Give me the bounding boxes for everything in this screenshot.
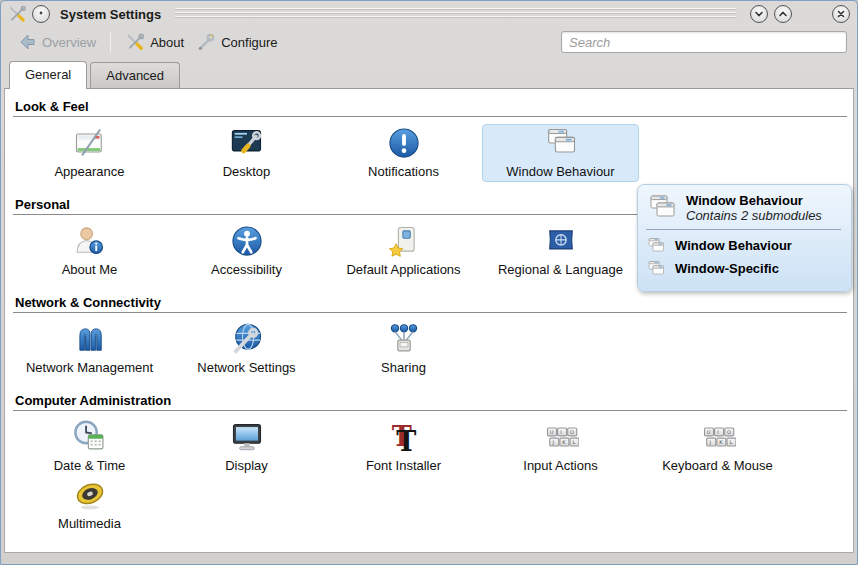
module-label: Notifications (368, 164, 439, 179)
tab-advanced[interactable]: Advanced (90, 62, 180, 89)
tooltip-separator (646, 229, 841, 230)
module-network-settings[interactable]: Network Settings (168, 320, 325, 378)
module-label: Date & Time (54, 458, 126, 473)
module-multimedia[interactable]: Multimedia (11, 476, 168, 534)
svg-text:O: O (570, 429, 574, 435)
appearance-icon (72, 125, 108, 161)
module-label: Regional & Language (498, 262, 623, 277)
module-label: Network Management (26, 360, 153, 375)
module-label: Keyboard & Mouse (662, 458, 773, 473)
section-look-feel: Look & FeelAppearanceDesktopNotification… (5, 93, 853, 187)
window-behaviour-icon (646, 236, 666, 256)
module-label: Font Installer (366, 458, 441, 473)
about-me-icon (72, 223, 108, 259)
titlebar-stripes (175, 8, 736, 20)
wrench-icon (196, 32, 216, 52)
module-network-management[interactable]: Network Management (11, 320, 168, 378)
svg-text:K: K (562, 439, 566, 445)
sharing-icon (386, 321, 422, 357)
svg-text:K: K (719, 439, 723, 445)
tools-icon (125, 32, 145, 52)
submodule-label: Window-Specific (675, 261, 779, 276)
tooltip-subtitle: Contains 2 submodules (686, 208, 822, 223)
window-behaviour-icon (646, 259, 666, 279)
minimize-button[interactable] (750, 5, 768, 23)
overview-button[interactable]: Overview (11, 29, 102, 55)
tooltip-header: Window Behaviour Contains 2 submodules (646, 192, 841, 224)
search-input[interactable] (561, 31, 847, 53)
tooltip-submodule[interactable]: Window-Specific (646, 257, 841, 280)
module-default-applications[interactable]: Default Applications (325, 222, 482, 280)
toolbar: Overview About (1, 27, 857, 57)
window-behaviour-icon (543, 125, 579, 161)
back-arrow-icon (17, 32, 37, 52)
desktop-icon (229, 125, 265, 161)
default-applications-icon (386, 223, 422, 259)
toolbar-separator (110, 32, 111, 52)
module-window-behaviour[interactable]: Window Behaviour (482, 124, 639, 182)
module-label: Window Behaviour (506, 164, 614, 179)
app-tools-icon (8, 5, 26, 23)
svg-text:L: L (729, 439, 732, 445)
configure-label: Configure (221, 35, 277, 50)
about-label: About (150, 35, 184, 50)
module-label: Sharing (381, 360, 426, 375)
settings-pane: Look & FeelAppearanceDesktopNotification… (4, 88, 854, 553)
close-button[interactable] (832, 5, 850, 23)
module-about-me[interactable]: About Me (11, 222, 168, 280)
tooltip-title: Window Behaviour (686, 193, 822, 208)
multimedia-icon (72, 477, 108, 513)
module-date-time[interactable]: Date & Time (11, 418, 168, 476)
svg-text:O: O (727, 429, 731, 435)
keyboard-mouse-icon: UIOJKL (700, 419, 736, 455)
module-appearance[interactable]: Appearance (11, 124, 168, 182)
module-label: Desktop (223, 164, 271, 179)
module-label: Input Actions (523, 458, 597, 473)
submodule-label: Window Behaviour (675, 238, 792, 253)
module-sharing[interactable]: Sharing (325, 320, 482, 378)
module-label: Accessibility (211, 262, 282, 277)
module-font-installer[interactable]: TTFont Installer (325, 418, 482, 476)
module-label: Display (225, 458, 268, 473)
module-label: Default Applications (346, 262, 460, 277)
date-time-icon (72, 419, 108, 455)
module-label: About Me (62, 262, 118, 277)
section-title: Computer Administration (5, 387, 853, 410)
window-behaviour-icon (646, 192, 678, 224)
section-title: Network & Connectivity (5, 289, 853, 312)
module-desktop[interactable]: Desktop (168, 124, 325, 182)
tooltip-submodule-list: Window BehaviourWindow-Specific (646, 234, 841, 280)
module-display[interactable]: Display (168, 418, 325, 476)
module-accessibility[interactable]: Accessibility (168, 222, 325, 280)
module-label: Multimedia (58, 516, 121, 531)
section-computer-administration: Computer AdministrationDate & TimeDispla… (5, 387, 853, 539)
section-items: AppearanceDesktopNotificationsWindow Beh… (5, 117, 853, 187)
network-management-icon (72, 321, 108, 357)
module-keyboard-mouse[interactable]: UIOJKLKeyboard & Mouse (639, 418, 796, 476)
section-title: Look & Feel (5, 93, 853, 116)
module-notifications[interactable]: Notifications (325, 124, 482, 182)
tooltip-submodule[interactable]: Window Behaviour (646, 234, 841, 257)
maximize-button[interactable] (774, 5, 792, 23)
module-input-actions[interactable]: UIOJKLInput Actions (482, 418, 639, 476)
configure-button[interactable]: Configure (190, 29, 283, 55)
title-bar: System Settings (1, 1, 857, 27)
module-regional-language[interactable]: Regional & Language (482, 222, 639, 280)
accessibility-icon (229, 223, 265, 259)
font-installer-icon: TT (386, 419, 422, 455)
svg-text:U: U (549, 429, 553, 435)
about-button[interactable]: About (119, 29, 190, 55)
window-title: System Settings (60, 7, 161, 22)
module-label: Network Settings (197, 360, 295, 375)
section-items: Date & TimeDisplayTTFont InstallerUIOJKL… (5, 411, 853, 539)
regional-language-icon (543, 223, 579, 259)
search-container (561, 31, 847, 53)
section-network-connectivity: Network & ConnectivityNetwork Management… (5, 289, 853, 383)
input-actions-icon: UIOJKL (543, 419, 579, 455)
section-items: Network ManagementNetwork SettingsSharin… (5, 313, 853, 383)
notifications-icon (386, 125, 422, 161)
window-menu-button[interactable] (32, 5, 50, 23)
system-settings-window: System Settings Overview (0, 0, 858, 565)
tab-general[interactable]: General (9, 61, 87, 89)
svg-text:T: T (396, 426, 416, 456)
